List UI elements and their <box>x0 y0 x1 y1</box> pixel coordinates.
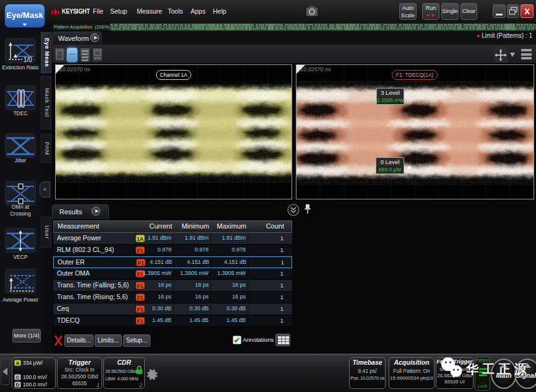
svg-text:1/0: 1/0 <box>24 56 32 63</box>
